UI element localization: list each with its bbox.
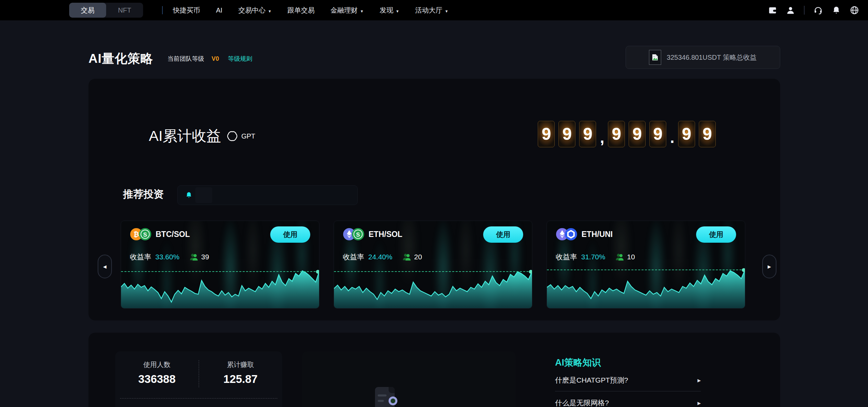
strategy-card-btc-sol[interactable]: ₿ S BTC/SOL 使用 收益率 33.60% 39 [121, 221, 319, 309]
rate-label: 收益率 [130, 252, 151, 262]
pair-name: ETH/SOL [369, 230, 402, 239]
nav-divider [162, 6, 163, 14]
carousel-next-button[interactable]: ▶ [762, 255, 776, 278]
headset-icon[interactable] [813, 5, 823, 15]
icons-divider [804, 6, 805, 15]
profit-sparkline-chart [334, 261, 532, 308]
svg-text:₿: ₿ [134, 230, 139, 238]
hero-title: AI累计收益 GPT [149, 126, 255, 146]
users-icon [190, 253, 198, 261]
chevron-right-icon: ▶ [697, 378, 701, 383]
nav-discover[interactable]: 发现 [380, 6, 399, 15]
strategy-card-eth-uni[interactable]: ETH/UNI 使用 收益率 31.70% 10 [547, 221, 745, 309]
strategy-cards-row: ₿ S BTC/SOL 使用 收益率 33.60% 39 [121, 221, 745, 309]
users-stat-value: 336388 [115, 373, 199, 386]
rate-label: 收益率 [556, 252, 577, 262]
users-stat-label: 使用人数 [115, 360, 199, 369]
pair-name: BTC/SOL [156, 230, 190, 239]
chevron-left-icon: ◀ [103, 264, 106, 269]
ai-strategy-panel: AI累计收益 GPT 999,999.99 推荐投资 [88, 79, 780, 320]
gpt-label: GPT [241, 132, 255, 140]
pair-name: ETH/UNI [581, 230, 613, 239]
nav-finance[interactable]: 金融理财 [331, 6, 364, 15]
user-icon[interactable] [786, 6, 795, 15]
knowledge-question: 什麽是CHATGPT預測? [555, 375, 628, 385]
counter-digit: 9 [608, 121, 625, 147]
team-level-label: 当前团队等级 [167, 55, 204, 63]
image-placeholder-icon [649, 50, 661, 65]
team-level-value: V0 [212, 55, 219, 62]
toggle-trade[interactable]: 交易 [69, 3, 106, 18]
ticker-content [195, 187, 212, 203]
earned-stat-value: 125.87 [199, 373, 282, 386]
info-panel: 使用人数 336388 累计赚取 125.87 AI策略知识 什麽是CHATGP… [88, 333, 780, 407]
counter-separator: . [670, 128, 674, 147]
use-button[interactable]: 使用 [483, 226, 523, 243]
nav-activity-hall[interactable]: 活动大厅 [415, 6, 449, 15]
users-count: 39 [201, 253, 209, 261]
document-search-illustration [375, 387, 406, 407]
profit-sparkline-chart [547, 261, 745, 308]
profit-counter: 999,999.99 [538, 121, 716, 147]
pair-coin-icons: S [343, 228, 364, 241]
use-button[interactable]: 使用 [270, 226, 310, 243]
profit-sparkline-chart [121, 261, 319, 308]
rate-value: 33.60% [155, 253, 179, 261]
nav-quick-buy[interactable]: 快捷买币 [173, 6, 200, 15]
page-title: AI量化策略 [88, 50, 153, 67]
earned-stat-label: 累计赚取 [199, 360, 282, 369]
recommend-title: 推荐投资 [123, 187, 164, 201]
nav-trade-center[interactable]: 交易中心 [238, 6, 272, 15]
counter-digit: 9 [538, 121, 555, 147]
chevron-right-icon: ▶ [768, 264, 771, 269]
nav-copy-trading[interactable]: 跟单交易 [288, 6, 315, 15]
svg-text:S: S [143, 232, 147, 238]
rate-label: 收益率 [343, 252, 364, 262]
counter-digit: 9 [678, 121, 695, 147]
strategy-total-profit-text: 325346.801USDT 策略总收益 [667, 53, 756, 62]
counter-digit: 9 [699, 121, 716, 147]
users-icon [615, 253, 624, 261]
pair-coin-icons [556, 228, 577, 241]
knowledge-question: 什么是无限网格? [555, 398, 609, 407]
bell-icon[interactable] [832, 6, 841, 15]
magnifier-icon [389, 396, 397, 405]
main-nav: 快捷买币 AI 交易中心 跟单交易 金融理财 发现 活动大厅 [173, 6, 448, 15]
toggle-nft[interactable]: NFT [106, 3, 143, 18]
rate-value: 24.40% [368, 253, 392, 261]
pair-coin-icons: ₿ S [130, 228, 152, 241]
openai-gpt-icon [226, 130, 239, 143]
wallet-icon[interactable] [768, 6, 777, 15]
users-icon [402, 253, 411, 261]
top-nav-bar: 交易 NFT 快捷买币 AI 交易中心 跟单交易 金融理财 发现 活动大厅 [0, 0, 868, 20]
usage-stats-card: 使用人数 336388 累计赚取 125.87 [115, 351, 282, 407]
nav-ai[interactable]: AI [216, 6, 222, 14]
empty-state-card [302, 351, 516, 407]
counter-digit: 9 [649, 121, 666, 147]
uni-coin-icon [565, 228, 577, 241]
bell-icon [185, 191, 193, 199]
knowledge-item-chatgpt[interactable]: 什麽是CHATGPT預測? ▶ [555, 369, 701, 391]
users-count: 20 [414, 253, 422, 261]
announcement-ticker[interactable] [177, 185, 358, 205]
strategy-total-profit-chip[interactable]: 325346.801USDT 策略总收益 [626, 46, 780, 69]
market-toggle: 交易 NFT [69, 3, 143, 18]
use-button[interactable]: 使用 [696, 226, 736, 243]
cumulative-profit-title: AI累计收益 [149, 126, 221, 146]
users-stat: 使用人数 336388 [115, 360, 199, 387]
knowledge-item-grid[interactable]: 什么是无限网格? ▶ [555, 391, 701, 407]
strategy-card-eth-sol[interactable]: S ETH/SOL 使用 收益率 24.40% 20 [334, 221, 532, 309]
knowledge-section: AI策略知识 什麽是CHATGPT預測? ▶ 什么是无限网格? ▶ [555, 356, 701, 407]
users-count: 10 [627, 253, 635, 261]
counter-digit: 9 [579, 121, 596, 147]
page-header: AI量化策略 当前团队等级 V0 等级规则 [88, 50, 252, 67]
chevron-right-icon: ▶ [697, 401, 701, 406]
counter-separator: , [600, 128, 604, 147]
rate-value: 31.70% [581, 253, 605, 261]
sol-coin-icon: S [352, 228, 364, 241]
globe-icon[interactable] [850, 5, 859, 15]
counter-digit: 9 [558, 121, 575, 147]
carousel-prev-button[interactable]: ◀ [98, 255, 112, 278]
stats-bottom-divider [120, 398, 277, 399]
level-rules-link[interactable]: 等级规则 [228, 55, 252, 63]
